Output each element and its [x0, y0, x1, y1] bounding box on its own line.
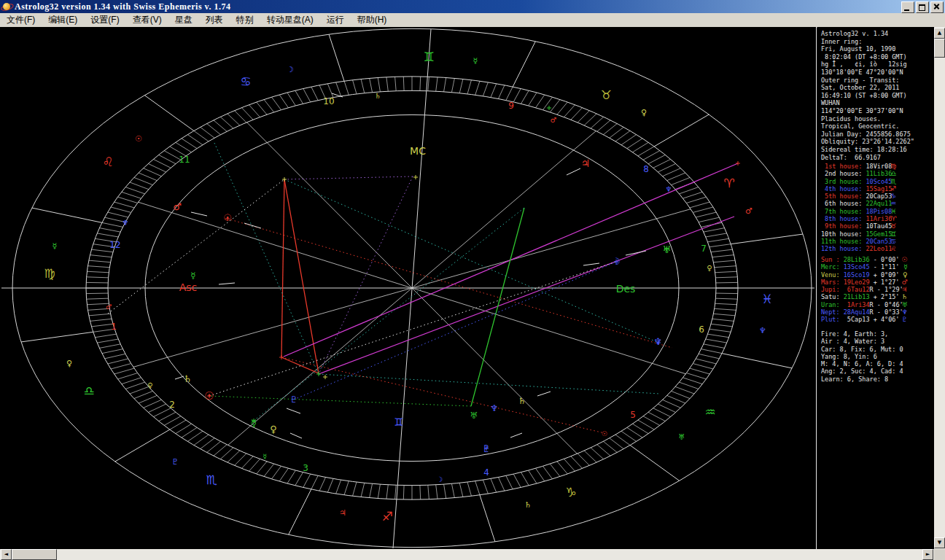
- degree-tick: [88, 266, 109, 268]
- degree-tick: [610, 127, 623, 138]
- degree-tick: [130, 386, 149, 394]
- minimize-button[interactable]: [901, 1, 914, 13]
- degree-tick: [483, 480, 488, 494]
- chart-wheel-canvas: ♍♌♋♊♉♈♓♒♑♐♏♎☿♀♇♃♄♅♆♂♀☿☽☉123456789101112☉…: [0, 27, 816, 549]
- degree-tick: [264, 100, 274, 112]
- menu-file[interactable]: 文件(F): [0, 13, 42, 27]
- stats-line: Ang: 2, Suc: 4, Cad: 4: [821, 368, 903, 375]
- scroll-right-button[interactable]: ►: [922, 549, 933, 560]
- degree-tick: [715, 277, 737, 278]
- degree-tick: [712, 255, 734, 257]
- degree-tick: [704, 228, 725, 233]
- scroll-up-button[interactable]: ▲: [934, 28, 945, 39]
- degree-tick: [578, 111, 589, 122]
- sign-boundary-line: [722, 354, 792, 368]
- degree-tick: [513, 89, 521, 102]
- degree-tick: [176, 424, 192, 433]
- vertical-scrollbar[interactable]: ▲ ▼: [934, 27, 945, 549]
- degree-tick: [279, 468, 288, 481]
- degree-tick: [536, 95, 545, 108]
- info-line: Julian Day: 2455856.8675: [821, 131, 914, 139]
- aspect-line: [108, 179, 284, 314]
- degree-tick: [451, 483, 454, 497]
- sign-glyph-icon: ♋: [890, 238, 896, 245]
- houses-list: 1st house: 18Vir08♍ 2nd house: 11Lib36♎ …: [821, 163, 892, 253]
- degree-tick: [648, 155, 665, 163]
- degree-tick: [228, 114, 240, 125]
- degree-tick: [716, 282, 738, 283]
- degree-tick: [89, 260, 111, 262]
- menu-settings[interactable]: 设置(F): [84, 13, 125, 27]
- degree-tick: [564, 459, 575, 471]
- degree-tick: [257, 462, 267, 474]
- degree-tick: [122, 378, 141, 384]
- horizontal-scroll-thumb[interactable]: [12, 549, 57, 560]
- degree-tick: [144, 168, 162, 176]
- pointer-dash: [510, 433, 522, 438]
- ruler-glyph-venus-taurus: ♀: [641, 108, 647, 117]
- degree-tick: [220, 448, 233, 459]
- degree-tick: [114, 368, 134, 374]
- pointer-dash: [626, 251, 646, 255]
- degree-tick: [420, 77, 421, 90]
- house-row: 1st house: 18Vir08♍: [821, 163, 892, 170]
- close-button[interactable]: [930, 1, 944, 13]
- degree-tick: [498, 477, 505, 491]
- degree-tick: [287, 470, 295, 483]
- mc-label: MC: [410, 145, 426, 157]
- degree-tick: [272, 466, 281, 479]
- aspect-line: [294, 262, 616, 400]
- degree-tick: [521, 90, 529, 104]
- degree-tick: [361, 483, 365, 497]
- degree-tick: [693, 364, 713, 369]
- planet-glyph-natal-saturn: ♄: [518, 396, 526, 406]
- sign-boundary-line: [115, 429, 170, 462]
- degree-tick: [679, 382, 698, 389]
- degree-tick: [134, 177, 153, 184]
- menu-run[interactable]: 运行: [320, 13, 351, 27]
- planet-glyph-icon: ♃: [902, 286, 908, 293]
- pointer-dash: [537, 392, 551, 396]
- menu-special[interactable]: 特别: [230, 13, 260, 27]
- degree-tick: [715, 266, 736, 268]
- degree-tick: [89, 314, 111, 316]
- degree-tick: [615, 435, 630, 445]
- degree-tick: [125, 187, 144, 194]
- sign-glyph-icon: ♎: [890, 170, 896, 177]
- planet-glyph-transit-neptune: ♆: [653, 336, 662, 347]
- aspect-line: [209, 396, 471, 406]
- scrollbar-corner: [934, 549, 945, 560]
- degree-tick: [428, 485, 429, 499]
- degree-tick: [361, 79, 365, 93]
- planet-glyph-natal-neptune: ♆: [491, 403, 499, 413]
- menu-rotate[interactable]: 转动星盘(A): [260, 13, 320, 27]
- house-row: 12th house: 22Leo11♌: [821, 245, 892, 252]
- scroll-down-button[interactable]: ▼: [934, 537, 945, 548]
- degree-tick: [327, 84, 333, 98]
- house-number-7: 7: [701, 244, 707, 254]
- degree-tick: [715, 308, 736, 310]
- stats-line: Car: 8, Fix: 6, Mut: 0: [821, 346, 903, 353]
- house-number-11: 11: [179, 155, 190, 165]
- house-number-6: 6: [699, 324, 704, 335]
- house-number-8: 8: [643, 164, 649, 174]
- ruler-glyph-mercury-gemini: ☿: [473, 56, 478, 66]
- degree-tick: [353, 80, 357, 94]
- degree-tick: [711, 249, 732, 252]
- horizontal-scrollbar[interactable]: ◄ ►: [0, 549, 934, 560]
- menu-view[interactable]: 查看(V): [126, 13, 168, 27]
- degree-tick: [207, 124, 221, 135]
- restore-button[interactable]: [916, 1, 929, 13]
- degree-tick: [584, 114, 596, 125]
- degree-tick: [102, 222, 123, 227]
- vertical-scroll-thumb[interactable]: [934, 39, 945, 58]
- menu-chart[interactable]: 星盘: [168, 13, 199, 27]
- menu-help[interactable]: 帮助(H): [351, 13, 394, 27]
- menu-edit[interactable]: 编辑(E): [42, 13, 84, 27]
- scroll-left-button[interactable]: ◄: [1, 549, 12, 560]
- menu-list[interactable]: 列表: [199, 13, 230, 27]
- planet-glyph-point-2: ♀: [707, 264, 712, 272]
- degree-tick: [564, 105, 575, 117]
- planet-glyph-point-8: ♆: [122, 219, 129, 227]
- info-line: Fri, August 10, 1990: [821, 45, 914, 53]
